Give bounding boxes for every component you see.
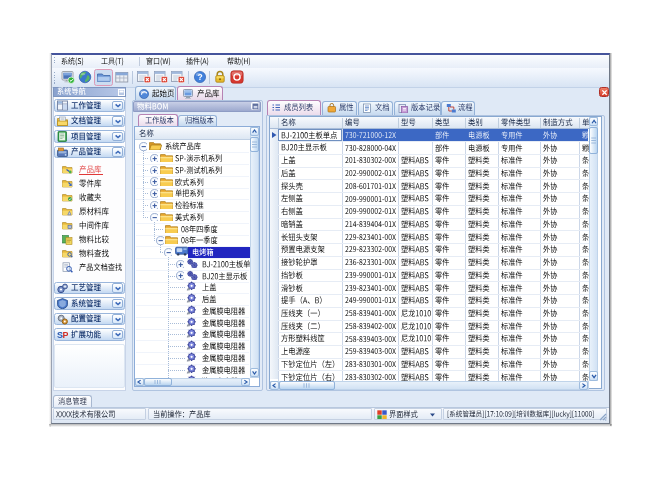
svg-text:?: ? bbox=[197, 72, 202, 82]
svg-text:P: P bbox=[62, 330, 68, 340]
